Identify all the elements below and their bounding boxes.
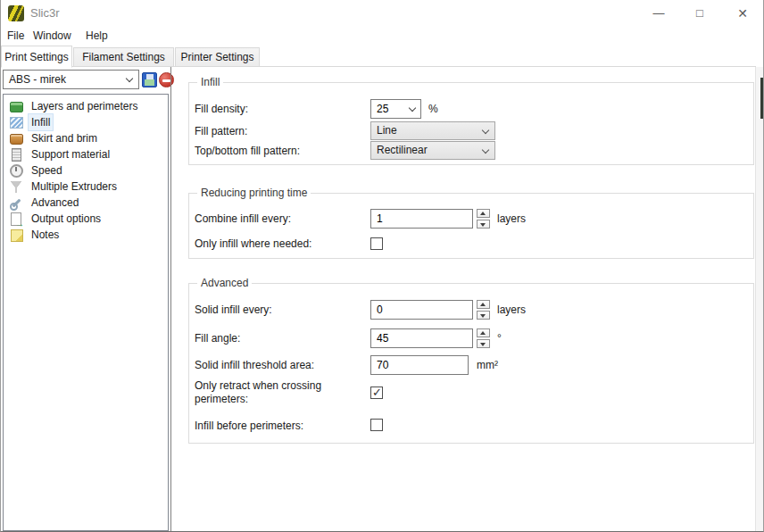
field-unit: %: [428, 99, 438, 119]
field-fill-angle: Fill angle: °: [189, 328, 753, 348]
menu-bar: File Window Help: [1, 27, 763, 46]
sidebar-item-label: Advanced: [29, 195, 81, 211]
field-unit: layers: [497, 209, 526, 229]
fill-density-combo[interactable]: [370, 99, 421, 119]
notes-icon: [9, 228, 23, 242]
speed-icon: [9, 163, 23, 178]
group-infill: Infill Fill density: % Fill pattern: Lin…: [188, 82, 754, 165]
spin-up-button[interactable]: [477, 209, 490, 218]
chevron-down-icon: [482, 146, 489, 154]
close-icon: ✕: [737, 6, 748, 21]
group-reducing-printing-time: Reducing printing time Combine infill ev…: [188, 193, 754, 259]
window-title: Slic3r: [30, 0, 60, 27]
infill-before-perimeters-checkbox[interactable]: [370, 419, 383, 431]
field-solid-infill-threshold-area: Solid infill threshold area: mm²: [189, 355, 753, 375]
field-unit: layers: [497, 300, 526, 320]
group-title: Reducing printing time: [197, 187, 311, 199]
scrollbar-thumb[interactable]: [760, 78, 764, 119]
field-unit: °: [497, 328, 502, 348]
settings-tree: Layers and perimeters Infill Skirt and b…: [3, 94, 169, 531]
sidebar-item-label: Notes: [29, 227, 62, 243]
field-label: Solid infill every:: [195, 300, 369, 320]
field-label: Top/bottom fill pattern:: [195, 141, 369, 161]
output-icon: [9, 212, 23, 226]
slic3r-logo-icon: [8, 5, 24, 21]
infill-icon: [9, 115, 23, 129]
field-infill-before-perimeters: Infill before perimeters:: [189, 416, 753, 436]
chevron-down-icon: [482, 127, 489, 134]
menu-file[interactable]: File: [4, 27, 27, 46]
maximize-button[interactable]: □: [679, 0, 720, 27]
preset-select[interactable]: ABS - mirek: [3, 70, 139, 89]
combine-infill-input[interactable]: [370, 209, 473, 229]
tab-print-settings[interactable]: Print Settings: [1, 46, 72, 68]
field-fill-pattern: Fill pattern: Line: [189, 121, 753, 141]
spin-down-button[interactable]: [477, 311, 490, 320]
spin-up-button[interactable]: [477, 328, 490, 337]
fill-angle-input[interactable]: [370, 328, 473, 348]
sidebar-item-notes[interactable]: Notes: [4, 227, 168, 243]
fill-density-input[interactable]: [371, 100, 405, 118]
minimize-icon: —: [653, 6, 665, 20]
sidebar-item-label: Skirt and brim: [29, 130, 100, 146]
sidebar-item-output-options[interactable]: Output options: [4, 211, 168, 227]
tab-printer-settings[interactable]: Printer Settings: [175, 47, 260, 67]
solid-infill-every-input[interactable]: [370, 300, 473, 320]
title-bar: Slic3r — □ ✕: [1, 0, 763, 27]
sidebar-item-label: Multiple Extruders: [29, 179, 120, 195]
sidebar-item-label: Output options: [29, 211, 104, 227]
support-material-icon: [9, 147, 23, 162]
spin-up-button[interactable]: [477, 300, 490, 309]
skirt-brim-icon: [9, 131, 23, 145]
delete-preset-button[interactable]: [159, 72, 174, 87]
preset-value: ABS - mirek: [9, 73, 66, 86]
wrench-icon: [9, 195, 23, 210]
minimize-button[interactable]: —: [638, 0, 679, 27]
sidebar-item-layers-and-perimeters[interactable]: Layers and perimeters: [4, 98, 168, 114]
sidebar-item-infill[interactable]: Infill: [4, 114, 168, 130]
field-label: Only infill where needed:: [195, 234, 369, 254]
slic3r-window: Slic3r — □ ✕ File Window Help Print Sett…: [0, 0, 764, 532]
sidebar-item-advanced[interactable]: Advanced: [4, 195, 168, 211]
field-only-infill-where-needed: Only infill where needed:: [189, 234, 753, 254]
sidebar-item-label: Support material: [29, 146, 112, 162]
field-combine-infill-every: Combine infill every: layers: [189, 209, 753, 229]
sidebar-item-label: Speed: [29, 162, 65, 179]
close-button[interactable]: ✕: [720, 0, 764, 27]
dropdown-value: Line: [377, 124, 397, 137]
only-infill-where-needed-checkbox[interactable]: [370, 237, 383, 250]
only-retract-crossing-checkbox[interactable]: [370, 387, 383, 399]
fill-pattern-dropdown[interactable]: Line: [370, 121, 495, 140]
sidebar-item-speed[interactable]: Speed: [4, 162, 168, 179]
scrollbar-track[interactable]: [755, 67, 764, 532]
sidebar-item-support-material[interactable]: Support material: [4, 146, 168, 162]
save-preset-button[interactable]: [142, 72, 157, 87]
solid-infill-threshold-input[interactable]: [370, 355, 469, 375]
layers-icon: [9, 99, 23, 113]
tab-bar: Print Settings Filament Settings Printer…: [1, 46, 756, 67]
top-bottom-fill-pattern-dropdown[interactable]: Rectilinear: [370, 141, 495, 160]
menu-window[interactable]: Window: [30, 27, 74, 46]
chevron-down-icon: [126, 75, 133, 82]
field-label: Infill before perimeters:: [195, 416, 369, 436]
spin-down-button[interactable]: [477, 339, 490, 348]
spin-down-button[interactable]: [477, 220, 490, 229]
maximize-icon: □: [696, 6, 703, 20]
chevron-down-icon: [409, 104, 416, 112]
field-label: Combine infill every:: [195, 209, 369, 229]
field-unit: mm²: [477, 355, 498, 375]
dropdown-value: Rectilinear: [377, 144, 428, 156]
spinner: [477, 328, 490, 348]
field-label: Fill density:: [195, 99, 369, 119]
field-fill-density: Fill density: %: [189, 99, 753, 119]
field-only-retract-when-crossing-perimeters: Only retract when crossing perimeters:: [189, 382, 753, 411]
sidebar-item-multiple-extruders[interactable]: Multiple Extruders: [4, 179, 168, 195]
sidebar-item-skirt-and-brim[interactable]: Skirt and brim: [4, 130, 168, 146]
field-label: Fill angle:: [195, 328, 369, 348]
panel-divider: [170, 67, 171, 532]
tab-filament-settings[interactable]: Filament Settings: [73, 47, 174, 67]
sidebar-item-label: Infill: [29, 114, 53, 130]
spinner: [477, 209, 490, 229]
field-solid-infill-every: Solid infill every: layers: [189, 300, 753, 320]
menu-help[interactable]: Help: [83, 27, 111, 46]
